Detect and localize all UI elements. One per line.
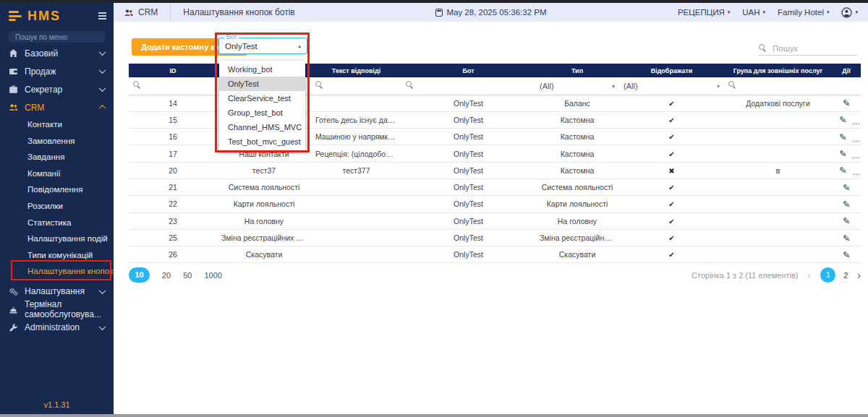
cell-visible: ✔ <box>619 129 724 145</box>
cell-bot: OnlyTest <box>401 111 535 128</box>
sidebar-item-contacts[interactable]: Контакти <box>0 116 114 133</box>
sidebar-item-basic[interactable]: Базовий <box>0 44 114 62</box>
column-header[interactable]: Тип <box>535 64 619 77</box>
bot-option[interactable]: Group_test_bot <box>219 106 305 120</box>
edit-icon[interactable]: ✎ <box>843 215 850 226</box>
cell-response <box>311 212 401 229</box>
cell-id: 25 <box>129 229 217 246</box>
cell-group <box>724 179 832 195</box>
cell-visible: ✔ <box>619 111 724 128</box>
filter-search-input[interactable] <box>129 77 217 95</box>
bot-option[interactable]: ClearService_test <box>219 91 305 106</box>
menu-search-input[interactable]: Пошук по меню <box>9 31 105 43</box>
chevron-down-icon <box>99 66 106 74</box>
check-icon: ✔ <box>668 116 674 124</box>
currency-menu[interactable]: UAH▾ <box>742 8 765 17</box>
sidebar-item-sales[interactable]: Продаж <box>0 62 114 80</box>
search-icon <box>728 81 736 89</box>
breadcrumb-module[interactable]: CRM <box>138 7 158 17</box>
column-header[interactable]: Група для зовнішніх послуг <box>724 64 832 77</box>
chevron-down-icon <box>99 48 106 56</box>
sidebar-item-self-service-terminal[interactable]: Термінал самообслуговува... <box>0 301 114 319</box>
page-size-50[interactable]: 50 <box>183 271 192 280</box>
cell-type: На головну <box>535 212 619 229</box>
page-size-10[interactable]: 10 <box>129 267 150 283</box>
filter-select[interactable]: (All)▾ <box>535 77 619 95</box>
column-header[interactable]: Текст відповіді <box>311 64 401 77</box>
cell-bot: OnlyTest <box>401 196 535 212</box>
hotel-menu[interactable]: Family Hotel▾ <box>778 8 829 17</box>
page-numbers: 12 <box>820 267 848 283</box>
sidebar-item-bot-buttons-settings[interactable]: Налаштування кнопок бо... <box>0 263 114 280</box>
page-size-1000[interactable]: 1000 <box>205 271 222 280</box>
cell-bot: OnlyTest <box>401 246 535 263</box>
top-bar: CRM Налаштування кнопок ботів May 28, 20… <box>114 3 868 22</box>
hms-logo-icon <box>9 11 22 21</box>
column-header[interactable]: Дії <box>832 64 861 77</box>
bot-select[interactable]: Бот OnlyTest ▴ <box>218 38 307 54</box>
grid-search-input[interactable]: Пошук <box>759 41 857 56</box>
edit-icon[interactable]: ✎ <box>839 132 846 142</box>
sidebar-item-statistics[interactable]: Статистика <box>0 215 114 231</box>
sidebar-item-crm[interactable]: CRM <box>0 98 114 116</box>
edit-icon[interactable]: ✎ <box>839 114 846 125</box>
cell-visible: ✔ <box>619 179 724 195</box>
check-icon: ✔ <box>668 150 674 158</box>
search-icon <box>406 81 414 89</box>
check-icon: ✔ <box>668 133 674 141</box>
filter-search-input[interactable] <box>401 77 535 95</box>
bot-option[interactable]: Working_bot <box>219 62 305 77</box>
filter-search-input[interactable] <box>724 77 832 95</box>
bot-option[interactable]: Test_bot_mvc_guest <box>219 134 305 149</box>
cell-visible: ✔ <box>619 145 724 162</box>
sidebar-item-administration[interactable]: Administration <box>0 319 114 337</box>
reception-menu[interactable]: РЕЦЕПЦИЯ▾ <box>678 8 730 17</box>
sidebar-item-companies[interactable]: Компанії <box>0 165 114 182</box>
menu-toggle-icon[interactable] <box>98 12 106 19</box>
cell-visible: ✔ <box>619 229 724 246</box>
table-row: 23На головнуOnlyTestНа головну✔✎ <box>129 212 861 229</box>
cell-group <box>724 229 832 246</box>
bot-dropdown-list: Working_botOnlyTestClearService_testGrou… <box>219 61 305 150</box>
chevron-down-icon <box>99 287 106 294</box>
bot-option[interactable]: OnlyTest <box>219 77 305 91</box>
cell-id: 21 <box>129 179 217 195</box>
next-page-icon[interactable]: › <box>857 270 861 280</box>
edit-icon[interactable]: ✎ <box>839 148 846 159</box>
cell-bot: OnlyTest <box>401 179 535 195</box>
user-account-menu[interactable]: ▾ <box>841 7 858 18</box>
page-number-1[interactable]: 1 <box>820 267 835 283</box>
edit-icon[interactable]: ✎ <box>843 233 850 244</box>
sidebar-item-secretary[interactable]: Секретар <box>0 80 114 98</box>
cell-id: 14 <box>129 95 217 111</box>
table-row: 20тест37тест377OnlyTestКастомна✖в✎✖ <box>129 162 861 179</box>
pagination-info: Сторінка 1 з 2 (11 елементів) <box>692 271 798 280</box>
sidebar-item-messages[interactable]: Повідомлення <box>0 181 114 198</box>
edit-icon[interactable]: ✎ <box>843 249 850 260</box>
page-size-20[interactable]: 20 <box>162 271 171 280</box>
column-header[interactable]: ID <box>129 64 217 77</box>
cell-actions: ✎ <box>832 196 861 212</box>
chevron-up-icon: ▴ <box>298 43 301 49</box>
cell-id: 23 <box>129 212 217 229</box>
topbar-menu: РЕЦЕПЦИЯ▾ UAH▾ Family Hotel▾ ▾ <box>678 7 858 18</box>
sidebar-item-settings[interactable]: Налаштування <box>0 283 114 301</box>
edit-icon[interactable]: ✎ <box>843 98 850 108</box>
sidebar-item-mailings[interactable]: Розсилки <box>0 198 114 215</box>
bot-option[interactable]: Channel_HMS_MVC <box>219 120 305 134</box>
page-number-2[interactable]: 2 <box>843 271 848 280</box>
prev-page-icon[interactable]: ‹ <box>808 270 812 280</box>
cell-actions: ✎ <box>832 212 861 229</box>
sidebar-item-orders[interactable]: Замовлення <box>0 133 114 150</box>
edit-icon[interactable]: ✎ <box>839 165 846 176</box>
filter-search-input[interactable] <box>311 77 401 95</box>
sidebar-item-tasks[interactable]: Завдання <box>0 149 114 165</box>
column-header[interactable]: Бот <box>401 64 535 77</box>
edit-icon[interactable]: ✎ <box>843 199 850 210</box>
sidebar-item-event-settings[interactable]: Налаштування подій <box>0 231 114 247</box>
user-icon <box>841 7 852 18</box>
edit-icon[interactable]: ✎ <box>843 182 850 193</box>
filter-select[interactable]: (All)▾ <box>619 77 724 95</box>
sidebar-item-communication-types[interactable]: Типи комунікацій <box>0 247 114 264</box>
column-header[interactable]: Відображати <box>619 64 724 77</box>
